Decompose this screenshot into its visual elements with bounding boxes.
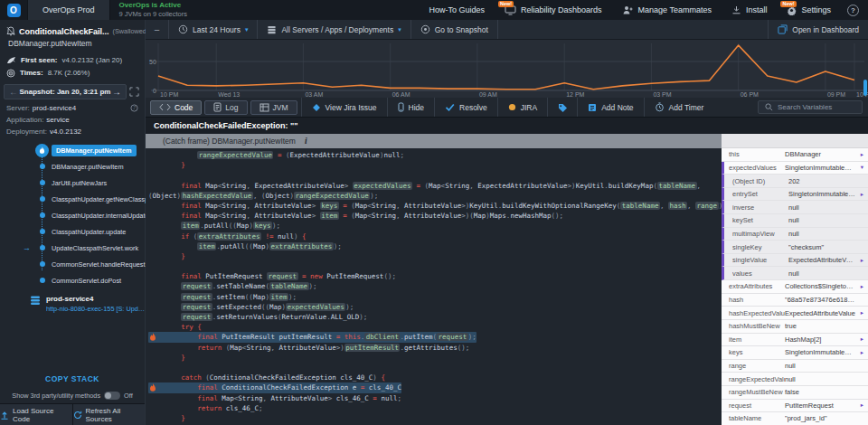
expand-variable-icon[interactable]: ▸ xyxy=(855,401,863,409)
time-range-selector[interactable]: Last 24 Hours ▾ xyxy=(169,20,258,39)
variable-token[interactable]: item xyxy=(197,242,216,250)
thread-name-link[interactable]: http-nio-8080-exec-155 [S: UpdateCla... xyxy=(46,305,147,313)
stack-frame-classpathupdater-update[interactable]: ClasspathUpdater.update xyxy=(0,223,145,240)
variable-token[interactable]: request xyxy=(181,282,212,290)
load-source-code-button[interactable]: Load Source Code xyxy=(0,404,72,425)
add-timer-button[interactable]: Add Timer xyxy=(644,98,714,117)
variable-row-entryset[interactable]: entrySetSingletonImmutableSet▸ xyxy=(722,188,868,202)
variable-row-singlevalue[interactable]: singleValueExpectedAttributeValue▸ xyxy=(722,254,868,268)
labels-button[interactable] xyxy=(547,98,577,117)
variable-row-item[interactable]: itemHashMap[2]▸ xyxy=(722,334,868,347)
search-variables-input[interactable] xyxy=(778,103,855,111)
variable-row-rangemustbenew[interactable]: rangeMustBeNewfalse xyxy=(722,386,868,400)
chart-scrollbar-thumb[interactable] xyxy=(863,80,867,96)
variable-token[interactable]: expectedValues xyxy=(353,182,412,190)
frame-info-icon[interactable]: i xyxy=(305,137,307,146)
refresh-all-sources-button[interactable]: Refresh All Sources xyxy=(72,404,146,425)
expand-variable-icon[interactable]: ▸ xyxy=(855,309,863,316)
navlink-manage-teammates[interactable]: Manage Teammates xyxy=(622,5,712,14)
variable-token[interactable]: rangeExpectedValue xyxy=(294,192,370,200)
hide-button[interactable]: Hide xyxy=(387,98,434,117)
expand-variable-icon[interactable]: ▸ xyxy=(855,191,863,198)
variable-token[interactable]: request xyxy=(181,293,212,301)
info-icon[interactable]: ? xyxy=(130,104,138,112)
variable-row-rangeexpectedvalue[interactable]: rangeExpectedValuenull xyxy=(722,373,868,386)
tab-jvm[interactable]: JVM xyxy=(250,100,297,115)
variable-row-keys[interactable]: keysSingletonImmutableBiM...▸ xyxy=(722,346,868,360)
copy-stack-button[interactable]: COPY STACK xyxy=(0,374,145,383)
expand-variable-icon[interactable]: ▸ xyxy=(855,335,863,343)
variable-token[interactable]: item xyxy=(181,222,200,230)
variable-row-keyset[interactable]: keySetnull xyxy=(722,214,868,228)
collapse-chart-button[interactable]: − xyxy=(146,20,169,39)
third-party-toggle[interactable] xyxy=(104,392,120,400)
variable-token[interactable]: dbClient xyxy=(364,333,400,341)
navlink-install[interactable]: Install xyxy=(731,5,768,14)
stack-frame-updateclasspathservlet-work[interactable]: →UpdateClasspathServlet.work xyxy=(0,240,145,256)
tab-code[interactable]: Code xyxy=(150,100,202,115)
navlink-settings[interactable]: New!Settings xyxy=(787,5,831,15)
variable-row-tablename[interactable]: tableName"prod_jars_id" xyxy=(722,412,868,425)
expand-variable-icon[interactable]: ▸ xyxy=(855,257,863,264)
variable-row-request[interactable]: requestPutItemRequest▸ xyxy=(722,400,868,413)
source-code-view[interactable]: rangeExpectedValue = (ExpectedAttributeV… xyxy=(146,148,722,425)
stack-frame-classpathupdater-getnewclasspathresult[interactable]: ClasspathUpdater.getNewClasspathResult xyxy=(0,191,145,207)
variable-token[interactable]: request xyxy=(267,272,298,280)
variable-token[interactable]: rangeExpectedValue xyxy=(197,151,273,159)
variable-token[interactable]: extraAttributes xyxy=(269,242,334,250)
variable-row-range[interactable]: rangenull xyxy=(722,360,868,373)
variable-token[interactable]: keys xyxy=(253,222,272,230)
go-to-snapshot-button[interactable]: Go to Snapshot xyxy=(411,20,498,39)
expand-variable-icon[interactable]: ▸ xyxy=(855,283,863,290)
variable-row-inverse[interactable]: inversenull xyxy=(722,201,868,214)
stack-frame-commonservlet-dopost[interactable]: CommonServlet.doPost xyxy=(0,272,145,288)
variable-token[interactable]: hash xyxy=(668,202,687,210)
variable-row-extraattributes[interactable]: extraAttributesCollections$SingletonMap▸ xyxy=(722,280,868,294)
scope-selector[interactable]: All Servers / Apps / Deployments ▾ xyxy=(258,20,410,39)
overops-logo[interactable]: O xyxy=(0,0,27,20)
navlink-how-to-guides[interactable]: How-To Guides xyxy=(429,5,485,14)
variable-token[interactable]: item xyxy=(320,212,339,220)
variable-row-expectedvalues[interactable]: expectedValuesSingletonImmutableBiM...▾ xyxy=(722,162,868,175)
variable-row-hashexpectedvalue[interactable]: hashExpectedValueExpectedAttributeValue▸ xyxy=(722,307,868,320)
open-in-dashboard-button[interactable]: Open in Dashboard xyxy=(768,20,868,39)
variable-token[interactable]: hashExpectedValue xyxy=(181,192,253,200)
view-jira-issue-button[interactable]: View Jira Issue xyxy=(301,98,387,117)
variable-token[interactable]: item xyxy=(269,293,288,301)
variable-token[interactable]: range xyxy=(695,202,719,210)
variable-token[interactable]: request xyxy=(437,333,468,341)
expand-variable-icon[interactable]: ▸ xyxy=(855,349,863,356)
variable-row-object-id[interactable]: (Object ID)202 xyxy=(722,175,868,188)
variable-token[interactable]: tableName xyxy=(657,182,697,190)
help-icon[interactable]: ? xyxy=(847,5,859,16)
expand-variable-icon[interactable]: ▸ xyxy=(855,151,863,158)
variable-token[interactable]: extraAttributes xyxy=(197,232,261,241)
tab-log[interactable]: Log xyxy=(204,100,247,115)
stack-frame-commonservlet-handlerequest[interactable]: CommonServlet.handleRequest xyxy=(0,256,145,272)
variable-token[interactable]: putItemResult xyxy=(344,344,401,352)
stack-frame-dbmanager-putnewitem[interactable]: DBManager.putNewItem xyxy=(0,142,145,158)
variable-token[interactable]: request xyxy=(181,303,212,311)
stack-frame-classpathupdater-internalupdate[interactable]: ClasspathUpdater.internalUpdate xyxy=(0,207,145,223)
event-timeline-chart[interactable]: 50010 PMWed 1303 AM06 AM09 AM12 PM03 PM0… xyxy=(146,40,868,98)
variable-row-this[interactable]: thisDBManager▸ xyxy=(722,148,868,162)
environment-selector[interactable]: OverOps Prod xyxy=(27,0,110,20)
stack-frame-jarutil-putnewjars[interactable]: JarUtil.putNewJars xyxy=(0,175,145,191)
expand-icon[interactable] xyxy=(129,87,141,97)
search-variables-box[interactable] xyxy=(758,100,863,114)
variable-token[interactable]: keys xyxy=(320,202,339,210)
catch-frame-bar[interactable]: (Catch frame) DBManager.putNewItem i xyxy=(146,134,722,148)
jira-button[interactable]: JIRA xyxy=(497,98,547,117)
navlink-reliability-dashboards[interactable]: New!Reliability Dashboards xyxy=(505,5,602,15)
variable-row-multimapview[interactable]: multimapViewnull xyxy=(722,228,868,241)
variable-token[interactable]: tableName xyxy=(620,202,660,210)
variable-token[interactable]: expectedValues xyxy=(286,303,345,311)
variable-row-hash[interactable]: hash"68a57e873476e6186e3a..." xyxy=(722,294,868,307)
exception-title[interactable]: ConditionalCheckFail... xyxy=(19,27,109,36)
previous-snapshot-arrow[interactable]: ← xyxy=(9,88,18,97)
resolve-button[interactable]: Resolve xyxy=(434,98,497,117)
variable-token[interactable]: tableName xyxy=(269,282,309,290)
variable-row-hashmustbenew[interactable]: hashMustBeNewtrue xyxy=(722,320,868,334)
variable-row-singlekey[interactable]: singleKey"checksum" xyxy=(722,241,868,254)
next-snapshot-arrow[interactable]: → xyxy=(112,88,121,97)
